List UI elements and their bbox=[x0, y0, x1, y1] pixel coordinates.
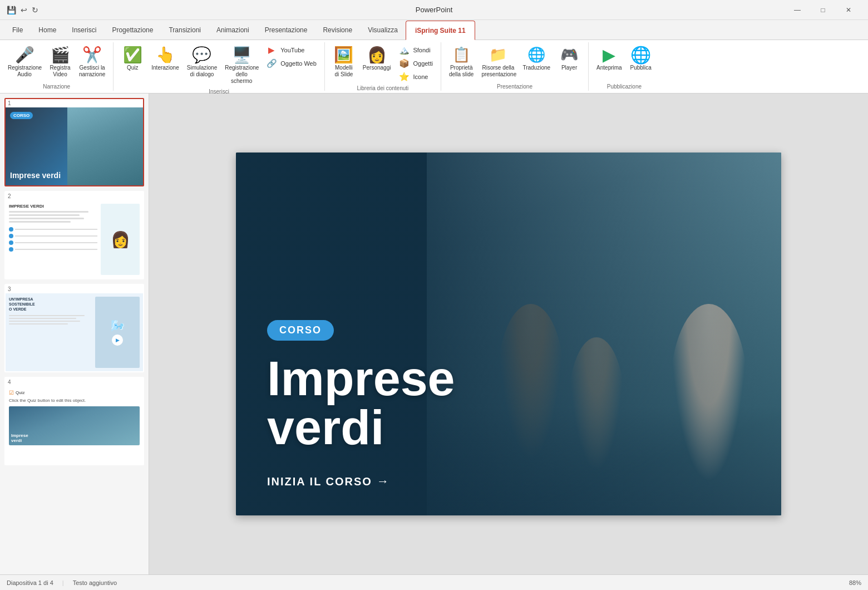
youtube-label: YouTube bbox=[280, 47, 304, 53]
personaggi-label: Personaggi bbox=[363, 65, 391, 71]
video-label: Registra Video bbox=[50, 65, 70, 78]
youtube-button[interactable]: ▶ YouTube bbox=[263, 43, 320, 57]
player-icon: 🎮 bbox=[560, 46, 578, 63]
slide-canvas: CORSO Impreseverdi INIZIA IL CORSO → bbox=[236, 153, 781, 515]
registrazione-audio-button[interactable]: 🎤 Registrazione Audio bbox=[4, 43, 45, 80]
youtube-icon: ▶ bbox=[266, 45, 277, 55]
quick-access[interactable]: 💾 ↩ ↻ bbox=[7, 6, 38, 14]
web-stack: ▶ YouTube 🔗 Oggetto Web bbox=[263, 43, 320, 70]
maximize-button[interactable]: □ bbox=[810, 0, 836, 20]
tab-ispring[interactable]: iSpring Suite 11 bbox=[406, 21, 475, 40]
gestisci-icon: ✂️ bbox=[83, 46, 101, 63]
risorse-button[interactable]: 📁 Risorse della presentazione bbox=[478, 43, 518, 80]
slide-content: CORSO Impreseverdi INIZIA IL CORSO → bbox=[236, 153, 781, 515]
audio-label: Registrazione Audio bbox=[8, 65, 41, 78]
ribbon-group-pubblicazione: ▶ Anteprima 🌐 Pubblica Pubblicazione bbox=[589, 42, 660, 91]
proprieta-button[interactable]: 📋 Proprietà della slide bbox=[446, 43, 477, 80]
slide-3-preview: UN'IMPRESASOSTENIBILEO VERDE 🌬️ ▶ bbox=[6, 293, 143, 371]
ribbon: 🎤 Registrazione Audio 🎬 Registra Video ✂… bbox=[0, 40, 868, 94]
tab-progettazione[interactable]: Progettazione bbox=[104, 20, 161, 40]
tab-animazioni[interactable]: Animazioni bbox=[209, 20, 257, 40]
pubblica-icon: 🌐 bbox=[632, 46, 650, 63]
slide-thumb-3[interactable]: 3 UN'IMPRESASOSTENIBILEO VERDE bbox=[4, 284, 144, 372]
content-stack: 🏔️ Sfondi 📦 Oggetti ⭐ Icone bbox=[395, 43, 436, 83]
personaggi-button[interactable]: 👩 Personaggi bbox=[359, 43, 394, 73]
slide-cta: INIZIA IL CORSO → bbox=[267, 474, 750, 489]
ribbon-group-libreria: 🖼️ Modelli di Slide 👩 Personaggi 🏔️ Sfon… bbox=[325, 42, 441, 91]
tab-inserisci[interactable]: Inserisci bbox=[64, 20, 104, 40]
quiz-button[interactable]: ✅ Quiz bbox=[118, 43, 147, 73]
risorse-label: Risorse della presentazione bbox=[481, 65, 515, 78]
simulazione-icon: 💬 bbox=[193, 46, 211, 63]
video-icon: 🎬 bbox=[51, 46, 69, 63]
redo-icon[interactable]: ↻ bbox=[32, 6, 38, 14]
interazione-label: Interazione bbox=[151, 65, 179, 71]
anteprima-button[interactable]: ▶ Anteprima bbox=[593, 43, 625, 73]
presentazione-group-label: Presentazione bbox=[446, 82, 584, 90]
audio-icon: 🎤 bbox=[16, 46, 33, 63]
cta-text: INIZIA IL CORSO bbox=[267, 475, 372, 488]
main-canvas[interactable]: CORSO Impreseverdi INIZIA IL CORSO → bbox=[149, 94, 868, 574]
sfondi-button[interactable]: 🏔️ Sfondi bbox=[395, 43, 436, 57]
ribbon-group-presentazione: 📋 Proprietà della slide 📁 Risorse della … bbox=[441, 42, 589, 91]
slide-2-preview: IMPRESE VERDI bbox=[6, 200, 143, 278]
tab-home[interactable]: Home bbox=[31, 20, 64, 40]
icone-label: Icone bbox=[413, 73, 428, 80]
traduzione-button[interactable]: 🌐 Traduzione bbox=[519, 43, 554, 73]
slide-main-title: Impreseverdi bbox=[267, 354, 750, 452]
schermo-icon: 🖥️ bbox=[233, 46, 250, 63]
simulazione-button[interactable]: 💬 Simulazione di dialogo bbox=[184, 43, 220, 80]
slide2-title-text: IMPRESE VERDI bbox=[9, 204, 97, 209]
player-label: Player bbox=[561, 65, 577, 71]
slide-thumb-4[interactable]: 4 ☑ Quiz Click the Quiz button to edit t… bbox=[4, 377, 144, 465]
zoom-level: 88% bbox=[849, 579, 861, 586]
minimize-button[interactable]: — bbox=[785, 0, 810, 20]
window-controls[interactable]: — □ ✕ bbox=[785, 0, 861, 20]
close-button[interactable]: ✕ bbox=[836, 0, 861, 20]
player-button[interactable]: 🎮 Player bbox=[555, 43, 584, 73]
gestisci-label: Gestisci la narrazione bbox=[79, 65, 105, 78]
gestisci-button[interactable]: ✂️ Gestisci la narrazione bbox=[76, 43, 108, 80]
modelli-label: Modelli di Slide bbox=[334, 65, 353, 78]
save-icon[interactable]: 💾 bbox=[7, 6, 16, 14]
traduzione-label: Traduzione bbox=[522, 65, 550, 71]
tab-presentazione[interactable]: Presentazione bbox=[257, 20, 315, 40]
pres-buttons: 📋 Proprietà della slide 📁 Risorse della … bbox=[446, 43, 584, 82]
slide-thumb-1[interactable]: 1 CORSO Imprese verdi bbox=[4, 98, 144, 186]
cta-arrow: → bbox=[377, 474, 390, 489]
interazione-button[interactable]: 👆 Interazione bbox=[148, 43, 182, 73]
status-bar: Diapositiva 1 di 4 | Testo aggiuntivo 88… bbox=[0, 574, 868, 590]
sfondi-icon: 🏔️ bbox=[398, 45, 410, 55]
oggetto-web-button[interactable]: 🔗 Oggetto Web bbox=[263, 57, 320, 70]
oggetto-label: Oggetto Web bbox=[280, 60, 317, 67]
registrazione-schermo-button[interactable]: 🖥️ Registrazione dello schermo bbox=[221, 43, 262, 87]
slide-thumb-2[interactable]: 2 IMPRESE VERDI bbox=[4, 191, 144, 279]
icone-button[interactable]: ⭐ Icone bbox=[395, 70, 436, 83]
tab-file[interactable]: File bbox=[4, 20, 31, 40]
video-play-icon: ▶ bbox=[112, 335, 123, 346]
registra-video-button[interactable]: 🎬 Registra Video bbox=[46, 43, 75, 80]
slide-panel: 1 CORSO Imprese verdi 2 IMPRESE VERDI bbox=[0, 94, 149, 574]
slide-1-preview: CORSO Imprese verdi bbox=[6, 107, 143, 185]
oggetti-button[interactable]: 📦 Oggetti bbox=[395, 57, 436, 70]
slide-info: Diapositiva 1 di 4 bbox=[7, 579, 53, 586]
slide-4-preview: ☑ Quiz Click the Quiz button to edit thi… bbox=[6, 386, 143, 464]
corso-badge: CORSO bbox=[267, 320, 334, 341]
main-area: 1 CORSO Imprese verdi 2 IMPRESE VERDI bbox=[0, 94, 868, 574]
theme-info: Testo aggiuntivo bbox=[73, 579, 117, 586]
proprieta-icon: 📋 bbox=[452, 46, 470, 63]
oggetto-icon: 🔗 bbox=[266, 58, 277, 68]
narrazione-label: Narrazione bbox=[4, 82, 108, 90]
icone-icon: ⭐ bbox=[398, 72, 410, 82]
tab-visualizza[interactable]: Visualizza bbox=[360, 20, 406, 40]
traduzione-icon: 🌐 bbox=[527, 46, 545, 63]
ribbon-group-inserisci: ✅ Quiz 👆 Interazione 💬 Simulazione di di… bbox=[114, 42, 325, 91]
tab-revisione[interactable]: Revisione bbox=[315, 20, 360, 40]
tab-transizioni[interactable]: Transizioni bbox=[161, 20, 209, 40]
view-controls[interactable]: 88% bbox=[849, 579, 861, 586]
app-title: PowerPoint bbox=[416, 6, 452, 14]
slide1-badge: CORSO bbox=[10, 112, 33, 119]
pubblica-button[interactable]: 🌐 Pubblica bbox=[627, 43, 655, 73]
modelli-button[interactable]: 🖼️ Modelli di Slide bbox=[329, 43, 358, 80]
undo-icon[interactable]: ↩ bbox=[21, 6, 27, 14]
